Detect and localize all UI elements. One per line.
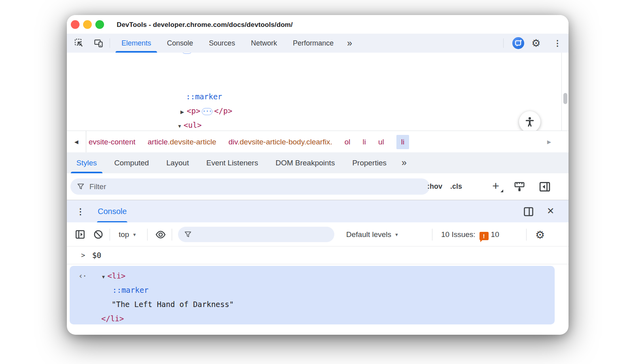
dom-row-marker[interactable]: ::marker bbox=[67, 89, 561, 104]
tab-sources-label: Sources bbox=[209, 39, 235, 47]
console-toolbar-divider bbox=[110, 229, 110, 241]
result-li-close-tag[interactable]: </li> bbox=[101, 311, 124, 326]
breadcrumb-back-icon[interactable]: ◀ bbox=[67, 131, 86, 153]
chevron-down-icon: ▼ bbox=[394, 232, 399, 237]
drawer-tab-console[interactable]: Console bbox=[98, 200, 127, 223]
p-close-tag[interactable]: </p> bbox=[214, 106, 232, 115]
dom-row-ul[interactable]: ▼<ul> bbox=[67, 118, 561, 131]
crumb-devsite-content[interactable]: evsite-content bbox=[89, 138, 135, 146]
console-command-row[interactable]: > $0 bbox=[67, 246, 569, 264]
window-title: DevTools - developer.chrome.com/docs/dev… bbox=[117, 15, 293, 34]
split-panel-icon[interactable] bbox=[523, 206, 534, 217]
inspect-element-icon[interactable] bbox=[74, 38, 84, 48]
ul-open-tag[interactable]: <ul> bbox=[184, 121, 202, 129]
tab-console[interactable]: Console bbox=[159, 34, 201, 53]
tab-layout[interactable]: Layout bbox=[157, 152, 197, 173]
tab-console-label: Console bbox=[167, 39, 193, 47]
tab-elements[interactable]: Elements bbox=[114, 34, 159, 53]
console-toolbar: top▼ Default levels▼ 10 Issues:!10 bbox=[67, 222, 569, 246]
console-drawer-header: ⋮ Console ✕ bbox=[67, 200, 569, 222]
result-li-open-tag[interactable]: <li> bbox=[108, 271, 126, 280]
tab-computed[interactable]: Computed bbox=[106, 152, 158, 173]
panel-tabs: Elements Console Sources Network Perform… bbox=[114, 34, 358, 53]
main-toolbar: Elements Console Sources Network Perform… bbox=[67, 34, 569, 53]
console-toolbar-divider bbox=[432, 229, 432, 241]
marker-pseudo-element[interactable]: ::marker bbox=[186, 89, 222, 104]
tab-styles-label: Styles bbox=[76, 159, 97, 167]
issue-badge-icon: ! bbox=[479, 232, 489, 240]
tab-sources[interactable]: Sources bbox=[201, 34, 243, 53]
expand-arrow-icon[interactable]: ▶ bbox=[180, 105, 187, 119]
tab-elements-label: Elements bbox=[121, 39, 151, 47]
ai-assistance-icon[interactable] bbox=[512, 37, 524, 49]
close-drawer-icon[interactable]: ✕ bbox=[547, 206, 554, 216]
tab-event-listeners[interactable]: Event Listeners bbox=[197, 152, 267, 173]
breadcrumb: evsite-content article.devsite-article d… bbox=[89, 131, 409, 153]
crumb-div-article-body[interactable]: div.devsite-article-body.clearfix. bbox=[228, 138, 332, 146]
collapse-arrow-icon[interactable]: ▼ bbox=[177, 119, 184, 131]
clear-console-icon[interactable] bbox=[93, 229, 104, 240]
console-filter-input[interactable] bbox=[178, 227, 334, 242]
result-text-node[interactable]: "The Left Hand of Darkness" bbox=[112, 297, 234, 311]
crumb-ol[interactable]: ol bbox=[345, 138, 351, 146]
tab-properties[interactable]: Properties bbox=[343, 152, 395, 173]
crumb-li-selected[interactable]: li bbox=[396, 135, 409, 149]
new-style-rule-button[interactable]: + bbox=[489, 180, 502, 193]
tab-layout-label: Layout bbox=[166, 159, 189, 167]
crumb-class: .devsite-article bbox=[168, 138, 216, 146]
live-expression-eye-icon[interactable] bbox=[155, 229, 166, 240]
evaluated-expression: $0 bbox=[92, 246, 101, 264]
settings-gear-icon[interactable]: ⚙ bbox=[531, 38, 541, 48]
accessibility-overlay-button[interactable] bbox=[519, 111, 540, 131]
show-console-sidebar-icon[interactable] bbox=[75, 229, 85, 240]
collapse-arrow-icon[interactable]: ▼ bbox=[101, 270, 108, 284]
more-tabs-icon[interactable]: » bbox=[395, 152, 413, 173]
crumb-li[interactable]: li bbox=[363, 138, 366, 146]
issues-label: 10 Issues: bbox=[441, 230, 476, 239]
drawer-kebab-menu-icon[interactable]: ⋮ bbox=[76, 200, 84, 223]
tab-performance[interactable]: Performance bbox=[285, 34, 341, 53]
filter-placeholder: Filter bbox=[89, 182, 106, 191]
default-levels-dropdown[interactable]: Default levels▼ bbox=[346, 222, 399, 246]
rendering-emulation-icon[interactable] bbox=[514, 181, 525, 193]
breadcrumb-forward-icon[interactable]: ▶ bbox=[547, 131, 551, 153]
minimize-traffic-light[interactable] bbox=[83, 20, 92, 29]
more-tabs-icon[interactable]: » bbox=[341, 34, 358, 53]
toolbar-right-divider bbox=[503, 38, 504, 48]
crumb-class: .devsite-article-body.clearfix. bbox=[237, 138, 332, 146]
elements-scrollbar-thumb[interactable] bbox=[563, 93, 567, 104]
tab-styles[interactable]: Styles bbox=[68, 152, 106, 173]
drawer-tab-console-label: Console bbox=[98, 207, 127, 216]
levels-label: Default levels bbox=[346, 230, 391, 239]
styles-filter-input[interactable]: Filter bbox=[70, 178, 430, 195]
console-toolbar-divider bbox=[526, 229, 527, 241]
kebab-menu-icon[interactable]: ⋮ bbox=[553, 38, 562, 48]
tab-dom-breakpoints[interactable]: DOM Breakpoints bbox=[267, 152, 343, 173]
p-open-tag[interactable]: <p> bbox=[187, 106, 200, 115]
chevron-down-icon: ▼ bbox=[132, 232, 136, 237]
tab-properties-label: Properties bbox=[352, 159, 387, 167]
device-toolbar-icon[interactable] bbox=[94, 38, 103, 48]
dom-row-partial-top: "··· bbox=[67, 53, 569, 55]
execution-context-selector[interactable]: top▼ bbox=[119, 222, 136, 246]
crumb-ul[interactable]: ul bbox=[378, 138, 384, 146]
crumb-tag: li bbox=[401, 138, 404, 146]
tab-network[interactable]: Network bbox=[243, 34, 285, 53]
tab-network-label: Network bbox=[251, 39, 277, 47]
console-result-block[interactable]: ‹· ▼<li> ::marker "The Left Hand of Dark… bbox=[70, 266, 555, 324]
crumb-tag: ul bbox=[378, 138, 384, 146]
maximize-traffic-light[interactable] bbox=[95, 20, 104, 29]
issues-counter[interactable]: 10 Issues:!10 bbox=[441, 222, 499, 246]
toggle-sidebar-panel-icon[interactable] bbox=[539, 181, 551, 193]
crumb-article[interactable]: article.devsite-article bbox=[148, 138, 216, 146]
toggle-pseudo-classes-button[interactable]: :hov bbox=[427, 173, 442, 200]
toggle-element-classes-button[interactable]: .cls bbox=[450, 173, 462, 200]
console-settings-gear-icon[interactable]: ⚙ bbox=[535, 229, 545, 241]
return-value-icon: ‹· bbox=[78, 271, 86, 281]
dom-collapsed-badge[interactable]: ··· bbox=[182, 53, 192, 54]
result-marker-pseudo[interactable]: ::marker bbox=[112, 283, 149, 297]
dom-collapsed-badge[interactable]: ··· bbox=[202, 108, 212, 115]
toolbar-divider bbox=[110, 38, 110, 48]
close-traffic-light[interactable] bbox=[71, 20, 80, 29]
dom-row-p[interactable]: ▶<p>···</p> bbox=[67, 104, 561, 118]
